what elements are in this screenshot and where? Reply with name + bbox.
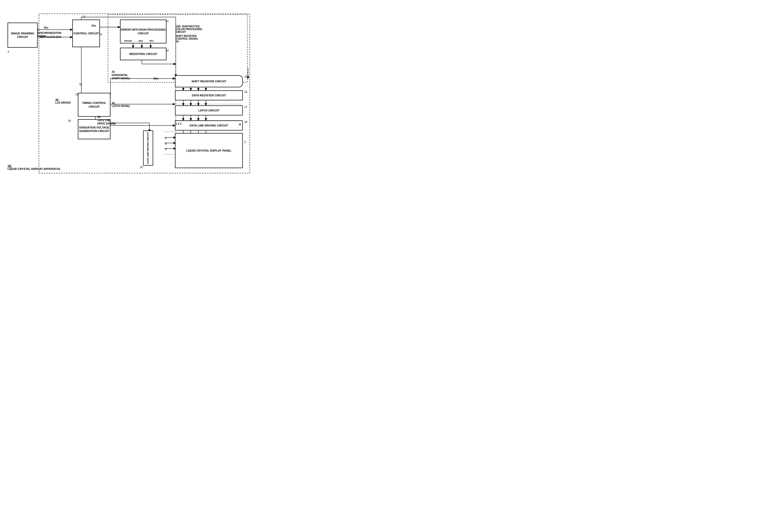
apparatus-label: 1B: LIQUID CRYSTAL DISPLAY APPARATUS xyxy=(8,164,60,170)
data-register-box: DATA REGISTER CIRCUIT xyxy=(175,90,243,100)
weighting-circuit-box: WEIGHTING CIRCUIT xyxy=(120,48,166,60)
num-2-label: 2 xyxy=(244,141,246,144)
latch-signal-label: 35: LATCH SIGNAL xyxy=(112,102,130,107)
dh1-label: Dh1 xyxy=(149,40,154,42)
num-32-label: 32 xyxy=(79,83,82,86)
shift-register-label: SHIFT REGISTER CIRCUIT xyxy=(191,80,226,83)
gradation-voltage-label: GRADATION VOLTAGE GENERATION CIRCUIT xyxy=(78,126,110,133)
num-17-label: 17 xyxy=(244,105,247,108)
timing-control-box: TIMING CONTROL CIRCUIT xyxy=(78,93,110,117)
data-register-label: DATA REGISTER CIRCUIT xyxy=(192,94,226,97)
num-123-label: 1 2 3 xyxy=(176,122,181,125)
image-drawing-circuit-box: IMAGE DRAWING CIRCUIT xyxy=(8,23,38,48)
num-61-label: 61 xyxy=(166,20,169,23)
num-20-label: 20 xyxy=(140,166,143,169)
subtractive-color-label: 12B: SUBTRACTIVECOLOR PROCESSINGCIRCUIT … xyxy=(176,25,202,43)
gate-line-driving-label: GATE LINE DRIVING CIRCUIT xyxy=(147,132,150,164)
control-circuit-label: CONTROL CIRCUIT xyxy=(73,32,99,35)
gate-123-label: 1 2 3 xyxy=(165,136,167,152)
num-21-label: 21 xyxy=(75,93,78,96)
error-diffusion-label: ERROR DIFFUSION PROCESSING CIRCUIT xyxy=(120,28,166,35)
num-18-label: 18 xyxy=(244,120,247,123)
dhmsh-label: Dhmsh xyxy=(124,40,132,42)
horizontal-start-label: 33: HORIZONTAL START SIGNAL xyxy=(112,70,130,80)
gate-line-driving-box: GATE LINE DRIVING CIRCUIT xyxy=(143,130,153,166)
num-11-label: 11 xyxy=(82,15,85,18)
gate-drive-signal-label: 36: GATE LINE DRIVE SIGNAL xyxy=(97,115,115,125)
dh2-label: Dh2 xyxy=(139,40,143,42)
sync-signal-label: 5: SYNCHRONIZATION SIGNAL xyxy=(37,28,61,38)
lcd-panel-box: LIQUID CRYSTAL DISPLAY PANEL xyxy=(175,133,243,168)
num-15-label: 15 xyxy=(244,75,247,78)
latch-label: LATCH CIRCUIT xyxy=(198,109,219,112)
data-line-driving-box: DATA LINE DRIVING CIRCUIT xyxy=(175,120,243,130)
num-31-label: 31 xyxy=(99,33,102,36)
num-19-label: 19 xyxy=(68,119,71,122)
num-16-label: 16 xyxy=(244,90,247,93)
data-line-driving-label: DATA LINE DRIVING CIRCUIT xyxy=(189,124,228,127)
control-circuit-box: CONTROL CIRCUIT xyxy=(72,20,100,47)
image-drawing-label: IMAGE DRAWING CIRCUIT xyxy=(8,32,37,39)
num-62-label: 62 xyxy=(166,49,169,52)
timing-control-label: TIMING CONTROL CIRCUIT xyxy=(78,101,110,108)
num-4-label: 4 xyxy=(8,50,9,53)
lcd-driver-label: 3B: LCD DRIVER xyxy=(55,99,71,104)
din-right-label: Din xyxy=(92,24,96,27)
latch-circuit-box: LATCH CIRCUIT xyxy=(175,105,243,115)
lcd-panel-label: LIQUID CRYSTAL DISPLAY PANEL xyxy=(186,149,231,152)
weighting-label: WEIGHTING CIRCUIT xyxy=(129,52,157,56)
circuit-diagram: IMAGE DRAWING CIRCUIT CONTROL CIRCUIT ER… xyxy=(0,0,257,177)
h-label: H xyxy=(239,123,241,126)
dfrc-label: Dfrc xyxy=(154,77,159,80)
shift-register-box: SHIFT REGISTER CIRCUIT xyxy=(175,75,243,87)
